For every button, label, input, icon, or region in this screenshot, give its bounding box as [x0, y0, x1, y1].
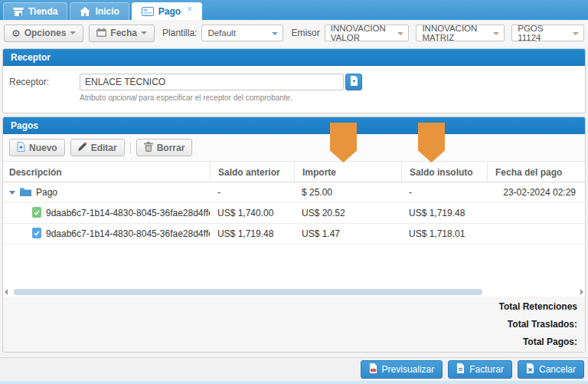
- toolbar-separator: [130, 143, 131, 153]
- emisor-label: Emisor: [291, 28, 319, 38]
- sucursal-select[interactable]: INNOVACION MATRIZ: [416, 25, 505, 41]
- folder-icon: [20, 187, 31, 199]
- help-italic: opcional: [108, 94, 136, 102]
- chevron-down-icon: [272, 32, 278, 35]
- chevron-down-icon: [573, 32, 579, 35]
- tab-bar: Tienda Inicio Pago ×: [0, 0, 588, 20]
- saldo-anterior-cell: -: [210, 187, 294, 198]
- fecha-label: Fecha: [110, 28, 137, 38]
- help-prefix: Atributo: [80, 94, 108, 102]
- receptor-input[interactable]: [80, 74, 344, 90]
- cancelar-label: Cancelar: [539, 364, 576, 375]
- table-row-pago-group[interactable]: Pago - $ 25.00 - 23-02-2024 02:29: [3, 182, 585, 203]
- pago-window: Tienda Inicio Pago × ⚙ Opciones Fecha: [0, 0, 588, 384]
- scroll-right-icon[interactable]: [580, 289, 583, 295]
- home-icon: [80, 7, 90, 16]
- row-description-cell: Pago: [3, 187, 210, 199]
- column-header-saldo-insoluto[interactable]: Saldo insoluto: [401, 162, 487, 182]
- row-description-text: 9daab6c7-1b14-4830-8045-36fae28d4ffe: [46, 228, 210, 239]
- editar-label: Editar: [91, 143, 117, 153]
- fecha-del-pago-cell: 23-02-2024 02:29: [487, 187, 585, 198]
- previsualizar-button[interactable]: Previsualizar: [361, 360, 443, 379]
- pagos-panel: Pagos Nuevo Editar Borrar: [2, 117, 586, 353]
- table-row-retencion[interactable]: 9daab6c7-1b14-4830-8045-36fae28d4ffe US$…: [3, 203, 585, 224]
- tab-pago[interactable]: Pago ×: [132, 2, 202, 20]
- form-icon: [142, 7, 154, 16]
- scrollbar-thumb[interactable]: [14, 289, 482, 295]
- cancelar-button[interactable]: Cancelar: [518, 360, 584, 379]
- borrar-label: Borrar: [157, 143, 185, 153]
- column-header-fecha-del-pago[interactable]: Fecha del pago: [487, 162, 585, 182]
- plantilla-label: Plantilla:: [162, 28, 197, 38]
- serie-folio-select[interactable]: PGOS 11124: [511, 25, 584, 41]
- document-check-green-icon: [32, 207, 41, 220]
- add-receptor-button[interactable]: [345, 74, 362, 90]
- tab-tienda[interactable]: Tienda: [3, 2, 67, 20]
- pencil-icon: [78, 142, 87, 153]
- column-header-descripcion[interactable]: Descripción: [3, 162, 210, 182]
- close-icon[interactable]: ×: [187, 4, 191, 13]
- facturar-label: Facturar: [469, 364, 504, 375]
- previsualizar-label: Previsualizar: [382, 364, 435, 375]
- row-description-text: 9daab6c7-1b14-4830-8045-36fae28d4ffe: [46, 208, 210, 218]
- table-row-traslado[interactable]: 9daab6c7-1b14-4830-8045-36fae28d4ffe US$…: [3, 224, 585, 245]
- tab-label: Tienda: [28, 6, 57, 17]
- opciones-label: Opciones: [24, 28, 67, 38]
- chevron-down-icon: [141, 31, 147, 34]
- document-add-icon: [350, 75, 358, 89]
- editar-button[interactable]: Editar: [70, 139, 125, 156]
- document-plus-icon: [17, 142, 25, 154]
- saldo-insoluto-cell: US$ 1,718.01: [401, 228, 487, 239]
- fecha-button[interactable]: Fecha: [89, 25, 155, 42]
- tab-label: Inicio: [95, 6, 119, 17]
- tab-inicio[interactable]: Inicio: [70, 2, 129, 20]
- scroll-left-icon[interactable]: [5, 289, 8, 295]
- saldo-anterior-cell: US$ 1,740.00: [210, 208, 294, 218]
- saldo-insoluto-cell: -: [401, 187, 487, 198]
- row-description-cell: 9daab6c7-1b14-4830-8045-36fae28d4ffe: [3, 228, 210, 241]
- total-pagos-label: Total Pagos:: [523, 336, 577, 347]
- emisor-select[interactable]: INNOVACION VALOR: [325, 25, 410, 41]
- trash-icon: [144, 142, 153, 154]
- column-header-saldo-anterior[interactable]: Saldo anterior: [210, 162, 294, 182]
- plantilla-select[interactable]: Default: [201, 25, 283, 41]
- pagos-panel-header: Pagos: [3, 117, 585, 134]
- pagos-toolbar: Nuevo Editar Borrar: [3, 134, 585, 162]
- document-x-icon: [526, 363, 534, 376]
- opciones-button[interactable]: ⚙ Opciones: [4, 25, 83, 42]
- facturar-button[interactable]: Facturar: [448, 360, 512, 379]
- total-retenciones-label: Total Retenciones: [499, 301, 577, 312]
- saldo-insoluto-cell: US$ 1,719.48: [401, 208, 487, 218]
- chevron-down-icon: [493, 32, 499, 35]
- sucursal-value: INNOVACION MATRIZ: [422, 24, 488, 42]
- receptor-field-label: Receptor:: [9, 74, 80, 87]
- column-header-importe[interactable]: Importe: [294, 162, 401, 182]
- emisor-value: INNOVACION VALOR: [331, 24, 394, 42]
- serie-folio-value: PGOS 11124: [518, 24, 568, 42]
- totals-summary: Total Retenciones Total Traslados: Total…: [3, 297, 585, 352]
- plantilla-value: Default: [207, 28, 235, 38]
- horizontal-scrollbar: [3, 287, 585, 297]
- chevron-down-icon: [70, 31, 76, 34]
- nuevo-label: Nuevo: [29, 143, 57, 153]
- footer-bar: Previsualizar Facturar Cancelar: [0, 357, 588, 381]
- chevron-down-icon: [397, 32, 403, 35]
- main-toolbar: ⚙ Opciones Fecha Plantilla: Default Emis…: [0, 20, 588, 46]
- pdf-document-icon: [369, 363, 377, 376]
- saldo-anterior-cell: US$ 1,719.48: [210, 228, 294, 239]
- store-icon: [13, 7, 24, 17]
- pagos-table-header: Descripción Saldo anterior Importe Saldo…: [3, 162, 585, 182]
- importe-cell: US$ 1.47: [294, 228, 401, 239]
- receptor-panel-header: Receptor: [3, 49, 585, 66]
- nuevo-button[interactable]: Nuevo: [9, 139, 65, 156]
- total-traslados-label: Total Traslados:: [508, 319, 577, 330]
- document-check-blue-icon: [32, 228, 41, 241]
- collapse-expander-icon[interactable]: [9, 191, 15, 195]
- row-description-cell: 9daab6c7-1b14-4830-8045-36fae28d4ffe: [3, 207, 210, 220]
- borrar-button[interactable]: Borrar: [136, 139, 193, 156]
- help-suffix: para especificar el receptor del comprob…: [137, 94, 292, 102]
- tab-label: Pago: [158, 6, 181, 17]
- receptor-field-row: Receptor:: [3, 66, 585, 90]
- table-empty-area: [3, 245, 585, 287]
- receptor-help-text: Atributo opcional para especificar el re…: [80, 94, 585, 102]
